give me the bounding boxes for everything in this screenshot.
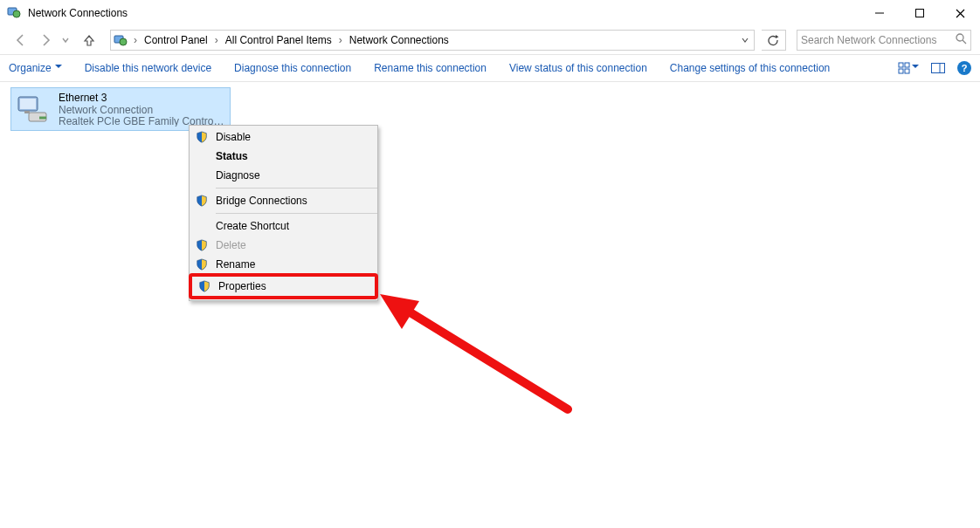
- address-dropdown[interactable]: [736, 37, 754, 44]
- caret-down-icon: [55, 65, 62, 72]
- network-connections-icon: [7, 5, 21, 22]
- organize-label: Organize: [9, 62, 52, 74]
- ctx-rename[interactable]: Rename: [190, 255, 377, 274]
- svg-rect-11: [905, 69, 909, 73]
- search-icon: [956, 33, 967, 47]
- shield-icon: [195, 195, 209, 207]
- command-bar: Organize Disable this network device Dia…: [0, 54, 980, 82]
- preview-pane-button[interactable]: [931, 63, 945, 73]
- nav-row: › Control Panel › All Control Panel Item…: [0, 26, 980, 54]
- svg-point-7: [956, 34, 963, 41]
- shield-icon: [195, 131, 209, 143]
- highlight-box: Properties: [189, 273, 378, 299]
- ctx-delete: Delete: [190, 236, 377, 255]
- titlebar: Network Connections: [0, 0, 980, 26]
- view-options-button[interactable]: [898, 62, 919, 74]
- chevron-right-icon[interactable]: ›: [335, 34, 346, 46]
- adapter-icon: [17, 92, 52, 127]
- search-box[interactable]: Search Network Connections: [797, 30, 971, 51]
- ctx-disable[interactable]: Disable: [190, 127, 377, 147]
- svg-marker-15: [380, 294, 419, 329]
- annotation-arrow: [367, 287, 594, 435]
- content-area[interactable]: Ethernet 3 Network Connection Realtek PC…: [0, 82, 980, 528]
- ctx-properties-label: Properties: [218, 280, 266, 292]
- ctx-rename-label: Rename: [216, 258, 255, 271]
- chevron-right-icon[interactable]: ›: [130, 34, 141, 46]
- shield-icon: [197, 280, 211, 292]
- svg-rect-10: [899, 69, 903, 73]
- breadcrumb-control-panel[interactable]: Control Panel: [141, 31, 211, 50]
- ctx-bridge-label: Bridge Connections: [216, 195, 307, 207]
- menu-separator: [216, 188, 377, 189]
- ctx-create-shortcut[interactable]: Create Shortcut: [190, 216, 377, 236]
- svg-rect-8: [899, 63, 903, 67]
- ctx-shortcut-label: Create Shortcut: [216, 220, 289, 232]
- diagnose-connection-cmd[interactable]: Diagnose this connection: [234, 62, 351, 74]
- breadcrumb-network-connections[interactable]: Network Connections: [346, 31, 452, 50]
- disable-device-cmd[interactable]: Disable this network device: [85, 62, 211, 74]
- back-button[interactable]: [10, 30, 31, 51]
- organize-menu[interactable]: Organize: [9, 62, 62, 74]
- menu-separator: [216, 213, 377, 214]
- help-label: ?: [962, 63, 968, 73]
- minimize-button[interactable]: [859, 0, 900, 26]
- adapter-status: Network Connection: [59, 104, 224, 115]
- adapter-name: Ethernet 3: [59, 92, 224, 104]
- svg-rect-6: [916, 10, 924, 17]
- address-bar[interactable]: › Control Panel › All Control Panel Item…: [110, 30, 755, 51]
- chevron-right-icon[interactable]: ›: [211, 34, 222, 46]
- up-button[interactable]: [79, 30, 100, 51]
- location-icon: [111, 33, 130, 47]
- rename-connection-cmd[interactable]: Rename this connection: [374, 62, 487, 74]
- shield-icon: [195, 258, 209, 271]
- ctx-status[interactable]: Status: [190, 147, 377, 166]
- caret-down-icon: [912, 65, 919, 72]
- svg-rect-12: [932, 64, 945, 73]
- ctx-disable-label: Disable: [216, 131, 251, 143]
- svg-rect-9: [905, 63, 909, 67]
- help-button[interactable]: ?: [957, 61, 971, 75]
- ctx-properties[interactable]: Properties: [192, 277, 375, 296]
- recent-dropdown[interactable]: [59, 30, 72, 51]
- view-status-cmd[interactable]: View status of this connection: [509, 62, 647, 74]
- ctx-status-label: Status: [216, 150, 248, 162]
- forward-button[interactable]: [35, 30, 56, 51]
- close-button[interactable]: [940, 0, 980, 26]
- ctx-bridge[interactable]: Bridge Connections: [190, 191, 377, 210]
- ctx-diagnose-label: Diagnose: [216, 169, 260, 182]
- ctx-diagnose[interactable]: Diagnose: [190, 166, 377, 185]
- window-title: Network Connections: [28, 7, 128, 19]
- maximize-button[interactable]: [900, 0, 940, 26]
- search-placeholder: Search Network Connections: [801, 34, 956, 46]
- refresh-button[interactable]: [762, 30, 786, 51]
- context-menu: Disable Status Diagnose Bridge Connectio…: [189, 125, 378, 301]
- ctx-delete-label: Delete: [216, 239, 246, 251]
- breadcrumb-all-items[interactable]: All Control Panel Items: [222, 31, 335, 50]
- shield-icon: [195, 239, 209, 251]
- svg-line-14: [397, 305, 568, 409]
- change-settings-cmd[interactable]: Change settings of this connection: [670, 62, 830, 74]
